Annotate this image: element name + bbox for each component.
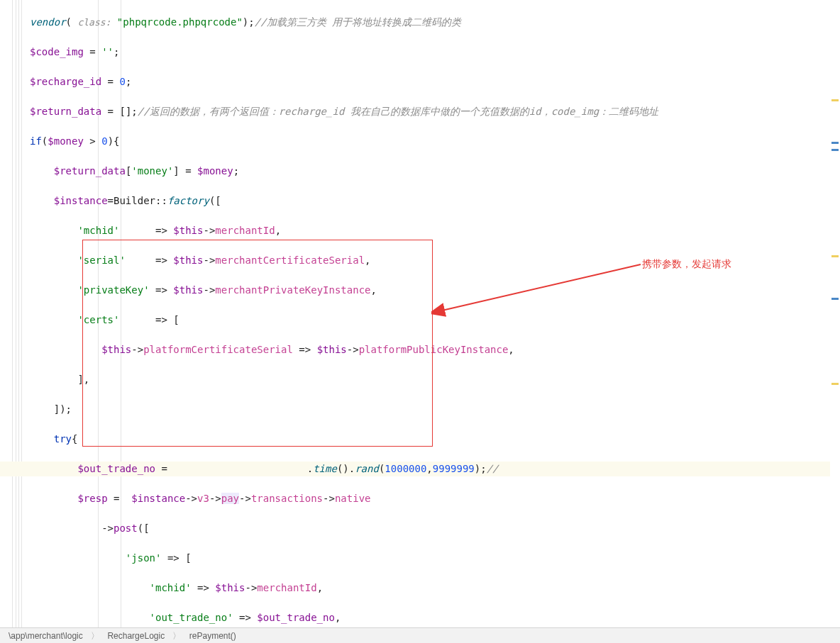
- scroll-marker[interactable]: [831, 142, 839, 144]
- property: v3: [197, 493, 209, 504]
- op: =: [108, 76, 114, 87]
- property: merchantCertificateSerial: [215, 255, 365, 266]
- op: ->: [239, 493, 251, 504]
- property: merchantPrivateKeyInstance: [215, 284, 370, 296]
- op: ->: [245, 582, 257, 593]
- scroll-marker[interactable]: [831, 255, 839, 257]
- property: platformCertificateSerial: [143, 344, 293, 355]
- variable: $out_trade_no: [257, 612, 335, 623]
- variable: $instance: [54, 195, 108, 206]
- op: =>: [299, 344, 311, 355]
- fold-guide: [21, 0, 22, 631]
- annotation-arrow: [431, 261, 644, 318]
- op: =>: [167, 552, 179, 564]
- class: Builder: [114, 195, 155, 206]
- op: =>: [155, 255, 167, 266]
- op: =: [89, 46, 95, 57]
- func-call: time: [313, 463, 337, 474]
- variable: $this: [101, 344, 131, 355]
- variable: $this: [173, 255, 203, 266]
- property: transactions: [251, 493, 323, 504]
- scroll-marker[interactable]: [831, 383, 839, 385]
- string: "phpqrcode.phpqrcode": [117, 16, 243, 28]
- variable: $return_data: [30, 106, 101, 117]
- variable: $this: [173, 284, 203, 296]
- func-call: rand: [355, 463, 379, 474]
- keyword: try: [54, 433, 72, 444]
- variable: $return_data: [54, 165, 126, 177]
- number: 9999999: [433, 463, 475, 474]
- string: '': [101, 46, 114, 57]
- op: =>: [155, 314, 167, 325]
- op: ->: [203, 225, 215, 236]
- svg-line-1: [442, 264, 641, 311]
- string: 'out_trade_no': [150, 612, 233, 623]
- param-hint: class:: [77, 17, 111, 28]
- op: ->: [209, 493, 221, 504]
- fold-guide: [18, 0, 19, 631]
- op: =: [185, 165, 191, 177]
- op: ->: [203, 284, 215, 296]
- breadcrumb[interactable]: \app\merchant\logic 〉 RechargeLogic 〉 re…: [0, 627, 840, 631]
- op: =>: [197, 582, 209, 593]
- string: 'mchid': [77, 225, 119, 236]
- variable: $code_img: [30, 46, 84, 57]
- variable: $recharge_id: [30, 76, 101, 87]
- property: merchantId: [257, 582, 316, 593]
- comment: //加载第三方类 用于将地址转换成二维码的类: [255, 16, 461, 28]
- keyword: if: [30, 135, 42, 147]
- op: ->: [203, 255, 215, 266]
- string: 'mchid': [150, 582, 192, 593]
- comment: //: [487, 463, 499, 474]
- variable: $out_trade_no: [77, 463, 155, 474]
- op: >: [89, 135, 95, 147]
- variable: $money: [197, 165, 233, 177]
- string: 'serial': [77, 255, 125, 266]
- scroll-marker[interactable]: [831, 298, 839, 300]
- code-editor[interactable]: vendor( class: "phpqrcode.phpqrcode");//…: [0, 0, 840, 631]
- number: 0: [101, 135, 107, 147]
- string: 'money': [131, 165, 173, 177]
- variable: $instance: [131, 493, 185, 504]
- variable: $resp: [77, 493, 107, 504]
- method: post: [114, 522, 138, 534]
- property: platformPublicKeyInstance: [359, 344, 509, 355]
- op: ->: [347, 344, 359, 355]
- string: 'json': [126, 552, 162, 564]
- fold-guide: [16, 0, 16, 631]
- comment: //返回的数据，有两个返回值：recharge_id 我在自己的数据库中做的一个…: [138, 106, 658, 117]
- property: pay: [221, 493, 239, 504]
- number: 1000000: [385, 463, 426, 474]
- scroll-marker[interactable]: [831, 99, 839, 101]
- variable: $this: [317, 344, 347, 355]
- gutter: [0, 0, 13, 631]
- string: 'certs': [77, 314, 119, 325]
- op: ->: [101, 522, 114, 534]
- property: native: [335, 493, 371, 504]
- op: ->: [185, 493, 197, 504]
- number: 0: [119, 76, 125, 87]
- op: ->: [131, 344, 143, 355]
- variable: $money: [48, 135, 84, 147]
- op: =>: [155, 225, 167, 236]
- scroll-marker[interactable]: [831, 149, 839, 151]
- op: =>: [155, 284, 167, 296]
- op: ->: [323, 493, 335, 504]
- variable: $this: [215, 582, 245, 593]
- static-method: factory: [167, 195, 209, 206]
- op: =>: [239, 612, 251, 623]
- annotation-text: 携带参数，发起请求: [642, 258, 731, 271]
- array: []: [119, 106, 131, 117]
- string: 'privateKey': [77, 284, 149, 296]
- variable: $this: [173, 225, 203, 236]
- scrollbar-track[interactable]: [830, 0, 840, 631]
- property: merchantId: [215, 225, 275, 236]
- op: =: [108, 106, 114, 117]
- func-call: vendor: [30, 16, 66, 28]
